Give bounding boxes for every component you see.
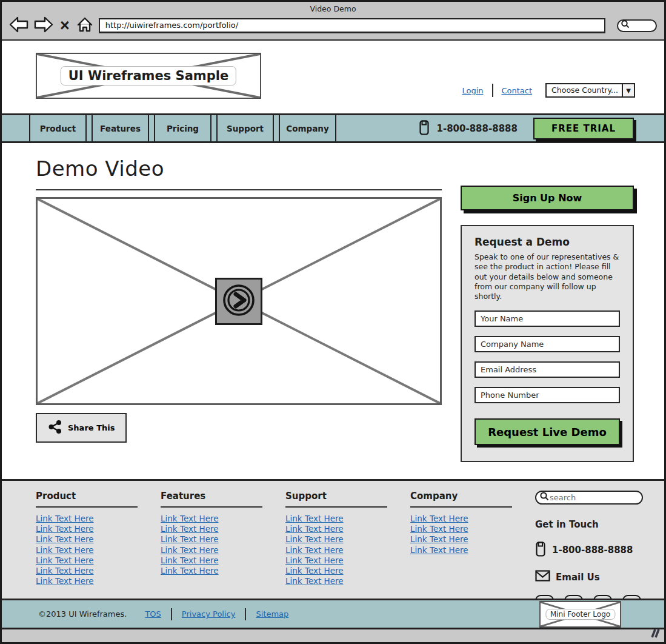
footer-link[interactable]: Link Text Here [410,534,535,545]
bottom-link-privacy-policy[interactable]: Privacy Policy [182,609,236,619]
footer-column-title: Company [410,491,512,508]
footer-link[interactable]: Link Text Here [36,545,161,555]
site-logo: UI Wireframes Sample [36,53,261,99]
footer-link[interactable]: Link Text Here [161,534,285,545]
window-titlebar: Video Demo [2,2,664,15]
logo-text: UI Wireframes Sample [61,66,236,86]
phone-icon [419,119,430,138]
site-footer: ProductLink Text HereLink Text HereLink … [2,479,664,599]
nav-tab-features[interactable]: Features [92,115,149,141]
nav-tabs: ProductFeaturesPricingSupportCompany [29,115,336,141]
navbar-phone-number: 1-800-888-8888 [436,123,517,134]
footer-link[interactable]: Link Text Here [410,524,535,534]
footer-column-title: Support [285,491,387,508]
request-demo-panel: Request a Demo Speak to one of our repre… [461,225,634,462]
video-section: Demo Video [36,156,442,479]
footer-column-company: CompanyLink Text HereLink Text HereLink … [410,491,535,588]
copyright-text: ©2013 UI Wireframes. [38,609,127,619]
get-in-touch-heading: Get in Touch [535,519,643,530]
stop-button[interactable]: × [59,19,71,32]
play-icon [221,283,256,320]
site-header: UI Wireframes Sample Login Contact Choos… [2,41,664,113]
request-demo-form [475,310,620,403]
demo-input-phone-number[interactable] [475,387,620,403]
navbar-right: 1-800-888-8888 FREE TRIAL [419,115,664,141]
browser-toolbar: × [2,15,664,39]
main-content: Demo Video [2,143,664,479]
footer-link[interactable]: Link Text Here [285,555,410,566]
demo-input-company-name[interactable] [475,336,620,352]
footer-link[interactable]: Link Text Here [36,524,161,534]
footer-link[interactable]: Link Text Here [410,545,535,555]
demo-input-your-name[interactable] [475,310,620,327]
browser-search-box[interactable] [617,19,657,32]
share-icon [48,420,62,436]
legal-links: TOSPrivacy PolicySitemap [145,608,288,620]
nav-tab-product[interactable]: Product [29,115,87,141]
browser-window: Video Demo × [0,0,666,644]
home-icon [76,16,93,35]
footer-link[interactable]: Link Text Here [285,576,410,586]
play-button[interactable] [215,278,262,325]
page-content: UI Wireframes Sample Login Contact Choos… [2,39,664,628]
sidebar: Sign Up Now Request a Demo Speak to one … [461,186,634,479]
forward-button[interactable] [34,16,53,35]
footer-search-input[interactable] [550,493,634,502]
bottom-link-sitemap[interactable]: Sitemap [256,609,288,619]
footer-link[interactable]: Link Text Here [285,514,410,524]
mini-footer-logo-text: Mini Footer Logo [545,609,615,620]
demo-input-email-address[interactable] [475,361,620,378]
login-link[interactable]: Login [462,86,483,95]
country-dropdown[interactable]: Choose Country... ▼ [545,83,635,98]
footer-column-support: SupportLink Text HereLink Text HereLink … [285,491,410,588]
resize-grip-icon[interactable] [650,629,661,640]
footer-link[interactable]: Link Text Here [161,566,285,576]
footer-link[interactable]: Link Text Here [285,524,410,534]
nav-tab-company[interactable]: Company [279,115,336,141]
legal-bar: ©2013 UI Wireframes. TOSPrivacy PolicySi… [2,599,664,628]
footer-link[interactable]: Link Text Here [36,534,161,545]
search-icon [621,19,630,32]
divider [245,608,246,620]
share-button-label: Share This [68,423,115,432]
share-button[interactable]: Share This [36,413,127,443]
footer-link[interactable]: Link Text Here [285,566,410,576]
footer-search-box[interactable] [535,491,643,505]
search-icon [539,491,550,504]
back-arrow-icon [9,16,28,35]
footer-link[interactable]: Link Text Here [161,524,285,534]
request-live-demo-button[interactable]: Request Live Demo [475,418,620,445]
footer-link[interactable]: Link Text Here [36,555,161,566]
footer-link[interactable]: Link Text Here [161,514,285,524]
footer-link[interactable]: Link Text Here [410,514,535,524]
forward-arrow-icon [34,16,53,35]
footer-link[interactable]: Link Text Here [161,545,285,555]
bottom-link-tos[interactable]: TOS [145,609,161,619]
url-input[interactable] [99,18,605,33]
divider [171,608,172,620]
footer-link[interactable]: Link Text Here [36,514,161,524]
nav-tab-pricing[interactable]: Pricing [154,115,211,141]
window-title: Video Demo [310,4,356,13]
email-us-link[interactable]: Email Us [535,570,643,584]
divider [492,84,493,97]
footer-link[interactable]: Link Text Here [285,545,410,555]
home-button[interactable] [76,16,93,35]
footer-column-features: FeaturesLink Text HereLink Text HereLink… [161,491,285,588]
footer-link[interactable]: Link Text Here [285,534,410,545]
footer-phone-number: 1-800-888-8888 [552,545,633,555]
back-button[interactable] [9,16,28,35]
nav-tab-support[interactable]: Support [216,115,274,141]
free-trial-button[interactable]: FREE TRIAL [533,118,634,139]
footer-link[interactable]: Link Text Here [36,566,161,576]
main-navbar: ProductFeaturesPricingSupportCompany 1-8… [2,113,664,143]
footer-contact-block: Get in Touch 1-800-888-8888 Email Us tfg… [535,491,643,588]
sign-up-button[interactable]: Sign Up Now [461,186,634,210]
video-placeholder[interactable] [36,197,442,405]
footer-link[interactable]: Link Text Here [161,555,285,566]
status-bar [2,628,664,642]
footer-link[interactable]: Link Text Here [36,576,161,586]
footer-link-columns: ProductLink Text HereLink Text HereLink … [36,491,535,588]
mini-footer-logo: Mini Footer Logo [539,601,621,628]
contact-link[interactable]: Contact [502,86,533,95]
